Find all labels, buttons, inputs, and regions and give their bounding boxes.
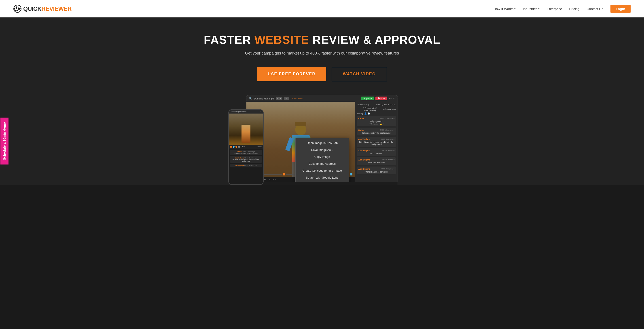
phone-screen: ● Dancing Man.mp4 ··· 3:14 10:00 [229,110,263,184]
dot-gray [238,146,240,148]
laptop-annotations: Annotations [292,97,303,100]
logo-icon [14,5,22,13]
comment-time-4: 00:07 Just now [382,150,394,152]
comment-text-4: No Comment [358,152,394,155]
phone-comment-item: Akal Suljane 00:11 31 mins ago Hide this… [230,156,262,163]
laptop-sidebar: Also watching: Nobody else is online. 9 … [355,102,398,182]
chevron-down-icon: ▾ [538,7,540,10]
context-menu-save-image[interactable]: Save Image As... [296,146,349,153]
phone-comment-text: Clicking sound in the background [231,152,261,154]
context-menu-open-image[interactable]: Open Image in New Tab [296,139,349,146]
phone-time: 3:14 [242,146,245,148]
nav-contact-us[interactable]: Contact Us [586,7,603,11]
sidebar-watching-header: Also watching: Nobody else is online. [357,103,396,106]
laptop-close-icon: ✕ [393,97,395,100]
phone-comment-time: 00:11 12 mins ago [242,151,255,152]
hero-title-highlight: WEBSITE [254,33,309,46]
context-menu-copy-address[interactable]: Copy Image Address [296,160,349,167]
phone-comment-time3: 00:07 33 mins ago [244,165,258,167]
comment-user-1: Cathy [358,117,364,120]
pen-tool-icon[interactable]: ✎ [274,178,276,181]
watch-video-button[interactable]: WATCH VIDEO [332,67,387,81]
logo-text-quick: QUICK [23,5,41,12]
comment-text-1: Bright green? [358,120,394,122]
laptop-icon-badge: ⊞ [284,97,289,100]
comment-user-6: Akal Suljane [358,168,370,170]
approve-button[interactable]: Approve [361,97,374,100]
sort-icon: 👤 [364,112,367,115]
timeline-dot-blue2 [350,173,352,175]
settings-icon[interactable]: ⚙ [264,178,266,181]
rect-tool-icon[interactable]: □ [270,178,271,181]
comment-time-5: 00:07 Just now [382,159,394,161]
comment-2: Cathy 00:11 12 mins ago licking sound in… [357,128,396,135]
comments-count: 9 Comment(s) 1 Response(s) [357,107,383,111]
logo-svg [14,6,19,11]
nav-industries[interactable]: Industries ▾ [523,7,540,11]
laptop-top-bar: 🔍 Dancing Man.mp4 +3 ▾ ⊞ Annotations App… [246,95,398,102]
dot-blue [233,146,234,148]
comment-4: Akal Suljane 00:07 Just now No Comment [357,148,396,156]
phone-video [229,114,263,145]
nobody-online-label: Nobody else is online. [376,103,396,106]
laptop-content: Open Image in New Tab Save Image As... C… [246,102,398,182]
use-free-forever-button[interactable]: USE FREE FOREVER [257,67,326,81]
nav-how-it-works[interactable]: How It Works ▾ [494,7,516,11]
login-button[interactable]: Login [610,5,630,13]
phone-comment-time2: 00:11 31 mins ago [244,157,258,159]
comment-6: Akal Suljane 00:02 3 days ago There is a… [357,167,396,174]
comment-user-3: Akal Suljane [358,138,370,140]
clock-icon: 🕐 [368,112,370,115]
tool-icons: □ ↗ ✎ [270,178,276,181]
dot-orange [230,146,232,148]
laptop-lang: EN [389,97,392,100]
phone-comment-user2: Akal Suljane [234,157,244,159]
dot-orange2 [236,146,237,148]
comments-header-row: 9 Comment(s) 1 Response(s) All Comments [357,107,396,111]
comment-5: Akal Suljane 00:07 Just now make this ri… [357,157,396,165]
sort-label: Sort by [357,112,363,115]
schedule-demo-tab[interactable]: Schedule a 30min demo [0,118,8,164]
laptop-search-icon: 🔍 [249,97,252,100]
phone-comment-user3: Akal Suljane [234,165,244,167]
comment-text-2: licking sound in the background [358,132,394,134]
hero-section: FASTER WEBSITE REVIEW & APPROVAL Get you… [0,17,644,185]
sort-row: Sort by 👤 🕐 [357,112,396,115]
comment-text-6: There is another comment [358,171,394,173]
comment-user-5: Akal Suljane [358,159,370,161]
also-watching-label: Also watching: [357,103,370,106]
comment-time-3: 00:11 8 mins ago [381,138,394,140]
laptop-screen: 🔍 Dancing Man.mp4 +3 ▾ ⊞ Annotations App… [246,95,398,185]
laptop-title: Dancing Man.mp4 [254,97,274,100]
phone-comment-user: Cathy [237,151,241,152]
rework-button[interactable]: Rework [376,97,388,100]
cta-buttons: USE FREE FOREVER WATCH VIDEO [4,67,640,81]
phone-title: ● Dancing Man.mp4 [230,111,247,113]
phone-top-bar: ● Dancing Man.mp4 ··· [229,110,263,114]
arrow-tool-icon[interactable]: ↗ [272,178,274,181]
phone-duration: 10:00 [258,146,262,148]
nav-pricing[interactable]: Pricing [569,7,580,11]
timeline-dot-orange [283,173,285,175]
laptop-top-left: 🔍 Dancing Man.mp4 +3 ▾ ⊞ Annotations [249,97,303,100]
nav-enterprise[interactable]: Enterprise [547,7,562,11]
comment-time-1: 00:07 12 mins ago [380,117,394,120]
context-menu: Open Image in New Tab Save Image As... C… [296,138,349,182]
phone-comment-item: Cathy 00:11 12 mins ago Clicking sound i… [230,150,262,155]
laptop-mockup: 🔍 Dancing Man.mp4 +3 ▾ ⊞ Annotations App… [246,95,398,185]
logo-text-reviewer: REVIEWER [41,5,72,12]
context-menu-qr-code[interactable]: Create QR code for this Image [296,167,349,174]
comment-text-3: hide this entire area or blend it into t… [358,141,394,145]
phone-mockup: ● Dancing Man.mp4 ··· 3:14 10:00 [228,109,264,185]
comment-respond-1: ↩ Respond · 👍 0 [358,123,394,125]
all-comments-label: All Comments [383,108,396,110]
comment-text-5: make this rich black [358,162,394,164]
laptop-top-right: Approve Rework EN ✕ [361,97,395,100]
hero-subtitle: Get your campaigns to market up to 400% … [4,51,640,56]
logo[interactable]: QUICKREVIEWER [14,5,72,13]
hero-title-part1: FASTER [204,33,254,46]
comment-3: Akal Suljane 00:11 8 mins ago hide this … [357,137,396,147]
context-menu-search-lens[interactable]: Search with Google Lens [296,174,349,181]
hero-title-part2: REVIEW & APPROVAL [309,33,440,46]
context-menu-copy-image[interactable]: Copy Image [296,153,349,160]
